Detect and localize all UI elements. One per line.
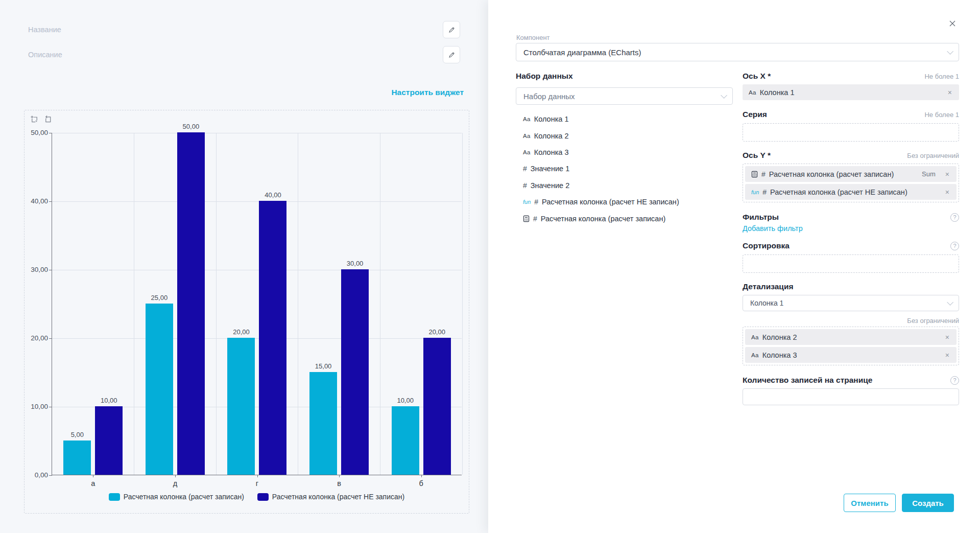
dataset-field-list: АаКолонка 1АаКолонка 2АаКолонка 3#Значен… [516, 111, 733, 227]
page-size-input[interactable] [743, 388, 959, 405]
add-filter-link[interactable]: Добавить фильтр [743, 224, 803, 233]
series-limit: Не более 1 [924, 111, 959, 119]
legend-item[interactable]: Расчетная колонка (расчет НЕ записан) [257, 493, 404, 501]
axis-y-chip[interactable]: #Расчетная колонка (расчет записан)Sum× [745, 166, 957, 182]
legend-swatch [109, 493, 120, 501]
bar-series-1 [95, 406, 123, 475]
widget-editor-panel: Название Описание Настроить виджет 0,001… [0, 0, 488, 533]
chart-legend: Расчетная колонка (расчет записан)Расчет… [52, 493, 462, 501]
config-column: Ось X * Не более 1 Аа Колонка 1 × Серия … [743, 72, 959, 405]
dataset-item[interactable]: АаКолонка 2 [516, 127, 733, 144]
dataset-item[interactable]: #Расчетная колонка (расчет записан) [516, 210, 733, 226]
close-icon[interactable] [948, 17, 960, 30]
dataset-item[interactable]: #Значение 1 [516, 160, 733, 177]
detail-chip[interactable]: АаКолонка 2× [745, 329, 957, 345]
axis-y-limit: Без ограничений [907, 152, 959, 159]
edit-description-button[interactable] [443, 46, 460, 63]
remove-icon[interactable]: × [944, 171, 950, 178]
bar-series-0 [63, 441, 91, 475]
category-slot: 15,0030,00 [298, 133, 380, 475]
chart-toolbox [30, 115, 53, 124]
configure-widget-link[interactable]: Настроить виджет [391, 88, 464, 97]
sorting-dropzone[interactable] [743, 254, 959, 273]
pencil-icon [448, 51, 456, 59]
axis-x-chip-label: Колонка 1 [760, 88, 795, 97]
bar-value-label: 25,00 [151, 294, 168, 302]
remove-icon[interactable]: × [944, 352, 950, 359]
help-icon[interactable]: ? [950, 213, 959, 222]
legend-swatch [257, 493, 269, 501]
dataset-heading: Набор данных [516, 72, 733, 81]
bar-group: 50,00 [177, 132, 205, 475]
sorting-label: Сортировка [743, 241, 790, 250]
function-icon: fun [751, 189, 759, 195]
bar-group: 15,00 [309, 372, 337, 475]
dataset-item[interactable]: АаКолонка 3 [516, 144, 733, 160]
aggregation-badge: Sum [922, 170, 936, 178]
hash-icon: # [534, 198, 538, 206]
remove-icon[interactable]: × [947, 89, 953, 96]
remove-icon[interactable]: × [944, 334, 950, 341]
dataset-column: Набор данных Набор данных АаКолонка 1АаК… [516, 72, 733, 227]
hash-icon: # [533, 215, 537, 223]
bar-series-1 [423, 338, 451, 475]
detail-dropzone[interactable]: АаКолонка 2×АаКолонка 3× [743, 327, 959, 365]
help-icon[interactable]: ? [950, 242, 959, 250]
bar-group: 10,00 [95, 406, 123, 475]
bar-value-label: 15,00 [315, 362, 332, 370]
chip-label: Расчетная колонка (расчет НЕ записан) [770, 188, 907, 196]
axis-y-dropzone[interactable]: #Расчетная колонка (расчет записан)Sum×f… [743, 164, 959, 202]
aa-icon: Аа [749, 89, 756, 96]
remove-icon[interactable]: × [944, 189, 950, 196]
edit-name-button[interactable] [443, 21, 460, 38]
widget-description-row: Описание [28, 46, 460, 63]
legend-label: Расчетная колонка (расчет НЕ записан) [272, 493, 404, 501]
x-axis-label: в [298, 479, 380, 488]
chevron-down-icon [947, 48, 953, 55]
x-axis-label: б [380, 479, 462, 488]
y-axis-tick [49, 475, 52, 476]
hash-icon: # [762, 188, 767, 196]
dataset-item[interactable]: #Значение 2 [516, 177, 733, 194]
dataset-item[interactable]: fun#Расчетная колонка (расчет НЕ записан… [516, 194, 733, 210]
bar-series-0 [227, 338, 255, 475]
data-zoom-icon[interactable] [30, 115, 39, 124]
axis-x-chip[interactable]: Аа Колонка 1 × [743, 84, 959, 100]
y-axis-label: 30,00 [22, 266, 48, 273]
detail-select[interactable]: Колонка 1 [743, 295, 959, 311]
bar-value-label: 20,00 [428, 328, 445, 336]
x-axis-label: д [134, 479, 217, 488]
x-axis-tick [93, 475, 93, 477]
axis-y-chip[interactable]: fun#Расчетная колонка (расчет НЕ записан… [745, 184, 957, 200]
help-icon[interactable]: ? [950, 376, 959, 385]
series-dropzone[interactable] [743, 123, 959, 142]
y-axis-label: 10,00 [22, 403, 48, 410]
restore-icon[interactable] [44, 115, 53, 124]
dataset-item-label: Значение 2 [531, 181, 569, 190]
detail-chip[interactable]: АаКолонка 3× [745, 347, 957, 363]
component-label: Компонент [516, 34, 550, 41]
x-axis-label: г [216, 479, 298, 488]
category-slot: 20,0040,00 [216, 133, 298, 475]
dataset-item-label: Колонка 2 [534, 132, 569, 140]
bar-series-0 [146, 304, 173, 475]
dataset-item[interactable]: АаКолонка 1 [516, 111, 733, 127]
aa-icon: Аа [751, 334, 759, 340]
dataset-select-placeholder: Набор данных [523, 92, 575, 101]
dataset-item-label: Колонка 3 [534, 148, 569, 156]
bar-value-label: 10,00 [101, 397, 117, 404]
component-select[interactable]: Столбчатая диаграмма (ECharts) [516, 43, 959, 61]
legend-item[interactable]: Расчетная колонка (расчет записан) [109, 493, 244, 501]
x-axis-tick [257, 475, 258, 477]
category-slot: 5,0010,00 [52, 133, 134, 475]
create-button[interactable]: Создать [902, 494, 954, 512]
cancel-button[interactable]: Отменить [844, 494, 896, 512]
dataset-select[interactable]: Набор данных [516, 87, 733, 105]
widget-preview: 0,0010,0020,0030,0040,0050,005,0010,00а2… [24, 110, 469, 514]
legend-label: Расчетная колонка (расчет записан) [124, 493, 244, 501]
bar-value-label: 10,00 [397, 397, 414, 404]
y-axis-label: 20,00 [22, 334, 48, 342]
bar-value-label: 20,00 [233, 328, 250, 336]
bar-value-label: 5,00 [71, 431, 84, 438]
dataset-item-label: Расчетная колонка (расчет записан) [541, 215, 665, 223]
